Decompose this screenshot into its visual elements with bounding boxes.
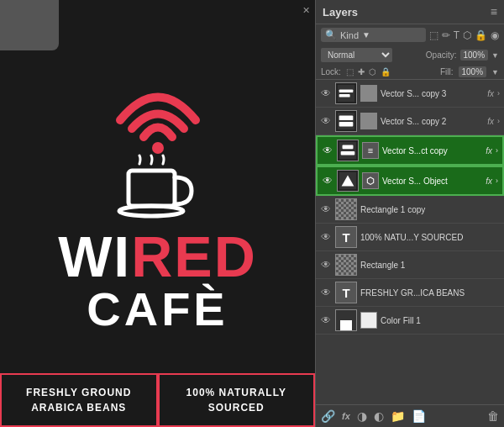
visibility-icon[interactable]: 👁 bbox=[320, 259, 332, 271]
layer-vector-thumbnail: ⬡ bbox=[362, 172, 379, 189]
visibility-icon[interactable]: 👁 bbox=[320, 203, 332, 215]
visibility-icon[interactable]: 👁 bbox=[322, 175, 333, 187]
fill-label: Fill: bbox=[440, 67, 454, 76]
svg-rect-3 bbox=[338, 85, 354, 102]
pixel-filter-icon[interactable]: ⬚ bbox=[429, 29, 438, 41]
bottom-box-left-text: FRESHLY GROUNDARABICA BEANS bbox=[10, 385, 148, 415]
fx-chevron-icon[interactable]: › bbox=[497, 89, 500, 98]
layer-name: Color Fill 1 bbox=[381, 316, 500, 325]
layer-name: 100% NATU...Y SOURCED bbox=[360, 233, 500, 242]
add-adjustment-icon[interactable]: ◐ bbox=[374, 409, 384, 423]
layer-thumbnail bbox=[337, 140, 359, 161]
layer-name: Vector S...ct copy bbox=[382, 146, 482, 156]
adjustment-filter-icon[interactable]: ✏ bbox=[442, 29, 450, 41]
layer-name: Vector S... Object bbox=[382, 177, 482, 186]
fill-dropdown-icon[interactable]: ▼ bbox=[491, 68, 499, 76]
panel-collapse-icon[interactable]: ✕ bbox=[302, 5, 310, 16]
search-row: 🔍 Kind ▼ ⬚ ✏ T ⬡ 🔒 ◉ bbox=[316, 24, 504, 45]
smart-filter-icon[interactable]: 🔒 bbox=[475, 29, 487, 41]
coffee-cup-icon bbox=[116, 154, 200, 221]
blend-mode-select[interactable]: Normal bbox=[321, 48, 392, 62]
search-icon: 🔍 bbox=[325, 29, 337, 40]
red-text: RED bbox=[131, 224, 257, 288]
layer-name: Rectangle 1 copy bbox=[360, 205, 500, 214]
logo-area: WIRED CAFÈ bbox=[58, 82, 257, 336]
wired-text: WIRED bbox=[58, 228, 257, 285]
new-group-icon[interactable]: 📁 bbox=[391, 409, 405, 423]
delete-layer-icon[interactable]: 🗑 bbox=[487, 409, 499, 423]
brand-text: WIRED CAFÈ bbox=[58, 228, 257, 336]
svg-rect-10 bbox=[343, 145, 354, 150]
layer-item-highlighted[interactable]: 👁 ⬡ Vector S... Object fx › bbox=[316, 166, 504, 196]
lock-all-icon[interactable]: 🔒 bbox=[381, 67, 391, 76]
layer-filter-icons: ⬚ ✏ T ⬡ 🔒 ◉ bbox=[429, 29, 499, 41]
layer-thumbnail bbox=[335, 309, 357, 331]
fx-chevron-icon[interactable]: › bbox=[496, 146, 498, 155]
link-layers-icon[interactable]: 🔗 bbox=[321, 409, 335, 423]
svg-point-2 bbox=[119, 206, 183, 216]
fx-label[interactable]: fx bbox=[486, 177, 492, 186]
layer-item[interactable]: 👁 Rectangle 1 bbox=[316, 251, 504, 279]
svg-rect-8 bbox=[339, 122, 354, 127]
visibility-icon[interactable]: 👁 bbox=[320, 87, 332, 99]
layer-item-highlighted[interactable]: 👁 ≡ Vector S...ct copy fx › bbox=[316, 135, 504, 166]
opacity-label: Opacity: bbox=[426, 50, 457, 60]
wifi-icon bbox=[112, 82, 204, 158]
layer-item[interactable]: 👁 T 100% NATU...Y SOURCED bbox=[316, 224, 504, 251]
opacity-value[interactable]: 100% bbox=[460, 50, 489, 61]
new-layer-icon[interactable]: 📄 bbox=[412, 409, 426, 423]
layer-item[interactable]: 👁 Color Fill 1 bbox=[316, 307, 504, 335]
search-kind-label: Kind bbox=[340, 30, 359, 40]
svg-rect-9 bbox=[339, 142, 356, 159]
layers-footer: 🔗 fx ◑ ◐ 📁 📄 🗑 bbox=[316, 404, 504, 427]
layer-item[interactable]: 👁 T FRESHLY GR...ICA BEANS bbox=[316, 279, 504, 307]
svg-rect-6 bbox=[338, 113, 354, 129]
visibility-icon[interactable]: 👁 bbox=[320, 231, 332, 243]
bottom-box-right: 100% NATURALLYSOURCED bbox=[158, 373, 316, 427]
fx-label[interactable]: fx bbox=[487, 117, 494, 126]
layers-panel: ✕ Layers ≡ 🔍 Kind ▼ ⬚ ✏ T ⬡ 🔒 ◉ Normal O… bbox=[315, 0, 504, 427]
lock-position-icon[interactable]: ✚ bbox=[358, 67, 365, 76]
search-box[interactable]: 🔍 Kind ▼ bbox=[321, 28, 426, 42]
fx-chevron-icon[interactable]: › bbox=[496, 177, 498, 185]
add-fx-icon[interactable]: fx bbox=[342, 411, 350, 421]
layer-vector-thumbnail: ≡ bbox=[362, 142, 379, 159]
fx-label[interactable]: fx bbox=[487, 89, 494, 98]
design-canvas: WIRED CAFÈ FRESHLY GROUNDARABICA BEANS 1… bbox=[0, 0, 315, 427]
lock-artboard-icon[interactable]: ⬡ bbox=[369, 67, 376, 76]
layer-mask-thumbnail bbox=[360, 85, 377, 102]
visibility-icon[interactable]: 👁 bbox=[320, 314, 332, 326]
layer-thumbnail bbox=[337, 170, 359, 192]
opacity-dropdown-icon[interactable]: ▼ bbox=[491, 51, 499, 60]
layer-thumbnail bbox=[335, 198, 357, 220]
layer-thumbnail bbox=[335, 254, 357, 276]
cafe-text: CAFÈ bbox=[87, 282, 228, 336]
blend-mode-row: Normal Opacity: 100% ▼ bbox=[316, 45, 504, 65]
text-filter-icon[interactable]: T bbox=[454, 29, 459, 41]
visibility-icon[interactable]: 👁 bbox=[320, 287, 332, 298]
bottom-box-right-text: 100% NATURALLYSOURCED bbox=[168, 385, 306, 415]
layer-mask-thumbnail bbox=[360, 113, 377, 129]
fx-chevron-icon[interactable]: › bbox=[497, 117, 500, 125]
search-dropdown-icon[interactable]: ▼ bbox=[362, 30, 370, 40]
layers-panel-header: Layers ≡ bbox=[316, 0, 504, 24]
layer-name: Vector S... copy 3 bbox=[381, 89, 484, 98]
extra-filter-icon[interactable]: ◉ bbox=[491, 29, 499, 41]
corner-decoration bbox=[0, 0, 59, 50]
svg-rect-4 bbox=[339, 89, 354, 92]
layer-item[interactable]: 👁 Vector S... copy 3 fx › bbox=[316, 80, 504, 108]
fill-value[interactable]: 100% bbox=[459, 66, 487, 77]
visibility-icon[interactable]: 👁 bbox=[320, 115, 332, 127]
layer-item[interactable]: 👁 Vector S... copy 2 fx › bbox=[316, 108, 504, 135]
add-mask-icon[interactable]: ◑ bbox=[357, 409, 367, 423]
layer-item[interactable]: 👁 Rectangle 1 copy bbox=[316, 196, 504, 224]
svg-rect-11 bbox=[341, 151, 355, 156]
layers-panel-title: Layers bbox=[323, 6, 358, 18]
wi-text: WI bbox=[58, 224, 131, 288]
lock-pixels-icon[interactable]: ⬚ bbox=[346, 67, 354, 76]
shape-filter-icon[interactable]: ⬡ bbox=[463, 29, 471, 41]
visibility-icon[interactable]: 👁 bbox=[322, 145, 333, 156]
layer-thumbnail: T bbox=[335, 226, 357, 248]
layers-menu-icon[interactable]: ≡ bbox=[491, 5, 497, 18]
fx-label[interactable]: fx bbox=[486, 146, 492, 156]
